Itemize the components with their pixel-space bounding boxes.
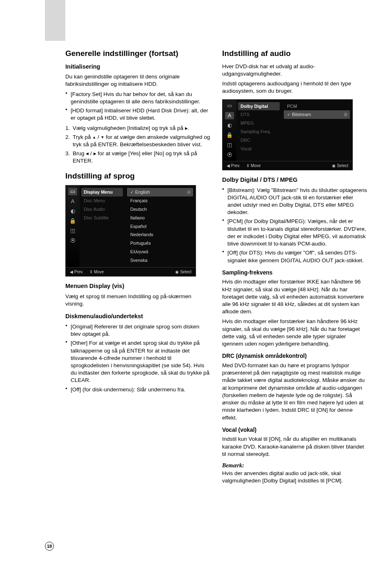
heading-init: Initialisering <box>65 63 211 71</box>
menu-option: Español <box>127 222 193 231</box>
page-content: Generelle indstillinger (fortsat) Initia… <box>65 48 368 487</box>
menu-row: Disc Menu <box>81 196 123 205</box>
menu-row: Disc Subtitle <box>81 214 123 222</box>
heading-language: Indstilling af sprog <box>65 171 211 181</box>
menu-option: Français <box>127 196 193 205</box>
menu-option: Bitstream <box>284 110 350 119</box>
step-1: 1.Vælg valgmuligheden [Initialize] og tr… <box>65 125 211 132</box>
init-intro: Du kan genindstille optageren til dens o… <box>65 73 211 88</box>
disc-icon: ◫ <box>225 141 234 149</box>
dolby-bullet-1: [Bitstream]: Vælg "Bitstream" hvis du ti… <box>222 187 368 217</box>
menu-row: Display Menu <box>81 188 123 196</box>
right-arrow-icon <box>94 150 96 156</box>
menu-row: MPEG <box>238 119 280 127</box>
footer-move: ⇕ Move <box>89 270 104 274</box>
audio-menu-screenshot: ▭ A ◐ 🔒 ◫ ⦿ Dolby Digital DTS MPEG Sampl… <box>222 99 353 171</box>
footer-left: ◀ Prev. ⇕ Move <box>227 163 265 169</box>
display-text: Vælg et sprog til menuen Indstilling og … <box>65 293 211 308</box>
dolby-bullet-2: [PCM] (for Dolby Digital/MPEG): Vælges, … <box>222 218 368 248</box>
lock-icon: 🔒 <box>68 217 77 225</box>
diskmenu-bullet-3: [Off] (for disk-undermenu): Slår underme… <box>65 386 211 393</box>
lock-icon: 🔒 <box>225 132 234 139</box>
heading-vocal: Vocal (vokal) <box>222 426 368 434</box>
step-1-text: Vælg valgmuligheden [Initialize] og tryk… <box>73 125 185 131</box>
footer-prev: ◀ Prev. <box>70 270 83 274</box>
footer-select: ◉ Select <box>175 269 192 275</box>
step-2: 2.Tryk på / for at vælge den ønskede val… <box>65 134 211 148</box>
diskmenu-bullet-2: [Other] For at vælge et andet sprog skal… <box>65 339 211 384</box>
dolby-bullets: [Bitstream]: Vælg "Bitstream" hvis du ti… <box>222 187 368 264</box>
monitor-icon: ▭ <box>225 102 234 109</box>
menu-option: English <box>127 188 193 196</box>
vocal-text: Indstil kun Vokal til [ON], når du afspi… <box>222 435 368 458</box>
menu-row: Sampling Freq. <box>238 127 280 136</box>
dolby-bullet-3: [Off] (for DTS): Hvis du vælger "Off", s… <box>222 249 368 264</box>
diskmenu-bullet-1: [Original] Refererer til det originale s… <box>65 323 211 338</box>
footer-left: ◀ Prev. ⇕ Move <box>70 269 109 275</box>
page-margin-bar <box>45 0 65 41</box>
menu-middle: Display Menu Disc Menu Disc Audio Disc S… <box>80 185 125 267</box>
network-icon: ⦿ <box>68 237 77 244</box>
speaker-icon: ◐ <box>225 122 234 129</box>
note-label: Bemærk: <box>222 462 368 470</box>
menu-row: DTS <box>238 110 280 119</box>
sampling-p1: Hvis din modtager eller forstærker IKKE … <box>222 278 368 315</box>
note-text: Hvis der anvendes digital audio ud jack-… <box>222 470 368 484</box>
heading-diskmenu: Diskmenu/audio/undertekst <box>65 313 211 321</box>
menu-row: Dolby Digital <box>238 102 280 111</box>
menu-middle: Dolby Digital DTS MPEG Sampling Freq. DR… <box>236 100 281 161</box>
init-steps: 1.Vælg valgmuligheden [Initialize] og tr… <box>65 125 211 165</box>
menu-icons: ▭ A ◐ 🔒 ◫ ⦿ <box>66 185 80 267</box>
step-2-mid: / <box>96 134 100 140</box>
heading-audio: Indstilling af audio <box>222 48 368 59</box>
sampling-p2: Hvis din modtager eller forstærker kan h… <box>222 318 368 348</box>
drc-text: Med DVD-formatet kan du høre et programs… <box>222 362 368 422</box>
audio-p1: Hver DVD-disk har et udvalg af audio-udg… <box>222 63 368 78</box>
heading-dolby: Dolby Digital / DTS / MPEG <box>222 176 368 184</box>
menu-options: English Français Deutsch Italiano Españo… <box>125 185 196 267</box>
menu-option: Deutsch <box>127 205 193 214</box>
left-column: Generelle indstillinger (fortsat) Initia… <box>65 48 211 487</box>
step-3-mid: / <box>89 150 93 156</box>
up-arrow-icon <box>92 134 96 140</box>
menu-label: PCM <box>284 102 350 111</box>
heading-sampling: Sampling-frekvens <box>222 269 368 277</box>
menu-footer: ◀ Prev. ⇕ Move ◉ Select <box>223 161 352 170</box>
heading-display: Menuen Display (vis) <box>65 282 211 290</box>
menu-body: ▭ A ◐ 🔒 ◫ ⦿ Display Menu Disc Menu Disc … <box>66 185 196 267</box>
menu-option: Italiano <box>127 214 193 222</box>
letter-a-icon: A <box>225 112 234 119</box>
audio-p2: Indstil optagerens audioudgang i henhold… <box>222 80 368 95</box>
footer-prev: ◀ Prev. <box>227 163 240 168</box>
step-3-pre: Brug <box>73 150 86 156</box>
menu-footer: ◀ Prev. ⇕ Move ◉ Select <box>66 267 196 277</box>
page-number: 18 <box>45 542 54 551</box>
init-bullets: [Factory Set] Hvis du har behov for det,… <box>65 91 211 122</box>
language-menu-screenshot: ▭ A ◐ 🔒 ◫ ⦿ Display Menu Disc Menu Disc … <box>65 185 196 277</box>
menu-icons: ▭ A ◐ 🔒 ◫ ⦿ <box>223 100 236 161</box>
init-bullet-2: [HDD format] Initialiserer HDD (Hard Dis… <box>65 107 211 122</box>
heading-general: Generelle indstillinger (fortsat) <box>65 48 211 59</box>
step-2-pre: Tryk på <box>73 134 92 140</box>
heading-drc: DRC (dynamisk områdekontrol) <box>222 353 368 360</box>
menu-row: DRC <box>238 136 280 145</box>
diskmenu-bullets: [Original] Refererer til det originale s… <box>65 323 211 393</box>
footer-select: ◉ Select <box>332 163 348 169</box>
menu-body: ▭ A ◐ 🔒 ◫ ⦿ Dolby Digital DTS MPEG Sampl… <box>223 100 352 161</box>
right-column: Indstilling af audio Hver DVD-disk har e… <box>222 48 368 487</box>
disc-icon: ◫ <box>68 227 77 234</box>
letter-a-icon: A <box>68 198 77 205</box>
monitor-icon: ▭ <box>68 188 77 195</box>
speaker-icon: ◐ <box>68 208 77 215</box>
menu-option: Nederlands <box>127 230 193 239</box>
menu-option: Português <box>127 239 193 248</box>
menu-options: PCM Bitstream <box>281 100 352 161</box>
footer-move: ⇕ Move <box>246 163 261 168</box>
menu-row: Vocal <box>238 145 280 153</box>
menu-row: Disc Audio <box>81 205 123 214</box>
menu-option: Svenska <box>127 256 193 265</box>
step-3: 3.Brug / for at vælge [Yes] eller [No] o… <box>65 150 211 165</box>
init-bullet-1: [Factory Set] Hvis du har behov for det,… <box>65 91 211 105</box>
menu-option: Ελληνικά <box>127 248 193 256</box>
right-arrow-icon <box>185 125 188 131</box>
